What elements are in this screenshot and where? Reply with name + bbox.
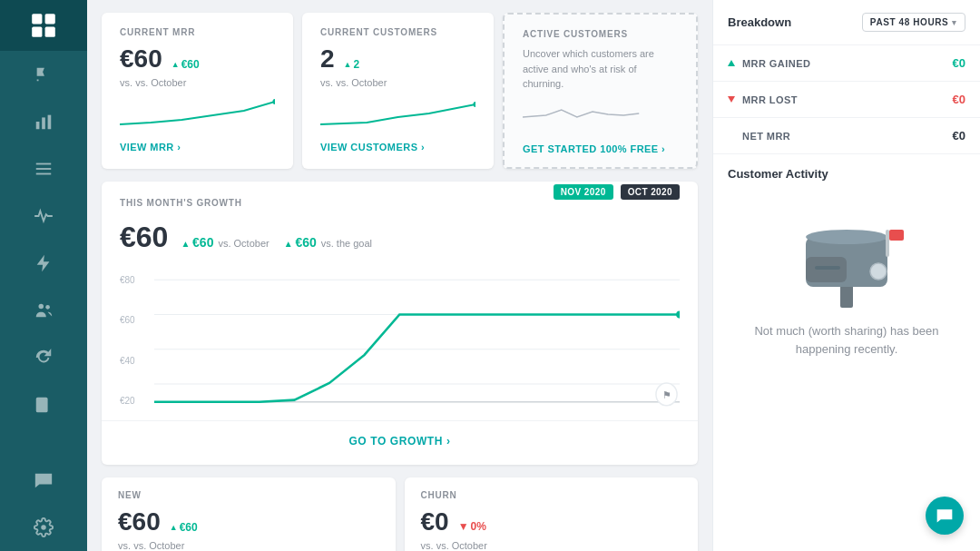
down-triangle-icon bbox=[728, 96, 735, 103]
new-sub: vs. vs. October bbox=[118, 540, 379, 551]
current-customers-label: CURRENT CUSTOMERS bbox=[320, 27, 475, 37]
growth-section: THIS MONTH'S GROWTH €60 €60 vs. October … bbox=[102, 182, 698, 465]
sidebar-item-barchart[interactable] bbox=[0, 98, 87, 145]
current-mrr-sub: vs. vs. October bbox=[120, 77, 275, 88]
net-mrr-row: NET MRR €0 bbox=[713, 118, 980, 154]
svg-rect-12 bbox=[36, 398, 48, 413]
get-started-link[interactable]: GET STARTED 100% FREE bbox=[523, 143, 665, 154]
svg-rect-1 bbox=[45, 14, 55, 24]
empty-state: Not much (worth sharing) has been happen… bbox=[728, 192, 965, 376]
growth-chart: ⚑ bbox=[154, 271, 680, 411]
sidebar-item-bolt[interactable] bbox=[0, 240, 87, 287]
svg-point-10 bbox=[39, 304, 44, 310]
current-customers-chart bbox=[320, 97, 475, 129]
chat-bubble[interactable] bbox=[926, 497, 964, 535]
svg-rect-5 bbox=[42, 117, 45, 129]
svg-rect-8 bbox=[36, 168, 52, 170]
active-customers-card: ACTIVE CUSTOMERS Uncover which customers… bbox=[503, 13, 698, 169]
sidebar-item-refresh[interactable] bbox=[0, 334, 87, 381]
legend-nov: NOV 2020 bbox=[554, 184, 613, 200]
churn-card: CHURN €0 ▼ 0% vs. vs. October bbox=[405, 477, 699, 552]
growth-delta-2: €60 vs. the goal bbox=[284, 235, 372, 250]
sidebar-item-people[interactable] bbox=[0, 287, 87, 334]
svg-rect-2 bbox=[32, 27, 42, 37]
svg-point-28 bbox=[806, 230, 887, 244]
right-panel: Breakdown PAST 48 HOURS ▾ MRR GAINED €0 … bbox=[712, 0, 980, 551]
view-customers-link[interactable]: VIEW CUSTOMERS bbox=[320, 142, 425, 153]
main-content: CURRENT MRR €60 €60 vs. vs. October VIEW… bbox=[87, 0, 712, 551]
growth-value-row: €60 €60 vs. October €60 vs. the goal bbox=[120, 221, 372, 254]
mrr-gained-value: €0 bbox=[953, 56, 965, 70]
breakdown-dropdown[interactable]: PAST 48 HOURS ▾ bbox=[862, 13, 965, 32]
current-mrr-delta: €60 bbox=[172, 58, 200, 71]
svg-point-13 bbox=[41, 525, 46, 530]
sidebar-item-gear[interactable] bbox=[0, 504, 87, 551]
growth-delta-1: €60 vs. October bbox=[181, 235, 269, 250]
bottom-cards-row: NEW €60 €60 vs. vs. October CHURN €0 ▼ 0… bbox=[102, 477, 698, 552]
churn-sub: vs. vs. October bbox=[421, 540, 682, 551]
y-label-20: €20 bbox=[120, 396, 149, 406]
chart-legend: NOV 2020 OCT 2020 bbox=[554, 184, 680, 200]
mailbox-illustration bbox=[788, 210, 906, 310]
active-customers-desc: Uncover which customers are active and w… bbox=[523, 46, 678, 92]
net-mrr-label: NET MRR bbox=[742, 131, 790, 142]
sidebar-item-book[interactable] bbox=[0, 381, 87, 428]
active-customers-chart bbox=[523, 99, 678, 131]
current-customers-delta: 2 bbox=[344, 58, 360, 71]
current-customers-value-row: 2 2 bbox=[320, 44, 475, 74]
view-mrr-link[interactable]: VIEW MRR bbox=[120, 142, 181, 153]
mrr-lost-row: MRR LOST €0 bbox=[713, 82, 980, 118]
svg-rect-6 bbox=[48, 115, 52, 130]
svg-point-14 bbox=[272, 99, 275, 104]
churn-label: CHURN bbox=[421, 490, 682, 500]
churn-delta: ▼ 0% bbox=[458, 520, 486, 533]
customer-activity-section: Customer Activity Not much (worth bbox=[713, 154, 980, 389]
current-customers-card: CURRENT CUSTOMERS 2 2 vs. vs. October VI… bbox=[302, 13, 494, 169]
breakdown-header: Breakdown PAST 48 HOURS ▾ bbox=[713, 0, 980, 45]
sidebar bbox=[0, 0, 87, 551]
current-mrr-label: CURRENT MRR bbox=[120, 27, 275, 37]
svg-point-22 bbox=[676, 310, 680, 318]
svg-point-32 bbox=[870, 263, 887, 280]
mrr-gained-label: MRR GAINED bbox=[742, 58, 810, 69]
active-customers-label: ACTIVE CUSTOMERS bbox=[523, 29, 678, 39]
net-mrr-value: €0 bbox=[953, 129, 965, 143]
top-cards-row: CURRENT MRR €60 €60 vs. vs. October VIEW… bbox=[102, 13, 698, 169]
svg-rect-4 bbox=[36, 122, 40, 129]
empty-state-text: Not much (worth sharing) has been happen… bbox=[737, 322, 956, 358]
mrr-lost-value: €0 bbox=[953, 93, 965, 106]
svg-text:⚑: ⚑ bbox=[662, 389, 671, 399]
customer-activity-title: Customer Activity bbox=[728, 167, 965, 181]
svg-point-11 bbox=[45, 305, 50, 310]
svg-rect-3 bbox=[45, 27, 55, 37]
go-to-growth-row: GO TO GROWTH bbox=[102, 420, 698, 448]
svg-rect-0 bbox=[32, 14, 42, 24]
sidebar-item-flag[interactable] bbox=[0, 51, 87, 98]
churn-value: €0 bbox=[421, 507, 449, 536]
svg-rect-31 bbox=[889, 230, 904, 241]
new-label: NEW bbox=[118, 490, 379, 500]
current-customers-sub: vs. vs. October bbox=[320, 77, 475, 88]
growth-main-value: €60 bbox=[120, 221, 168, 254]
svg-point-15 bbox=[473, 102, 475, 107]
churn-value-row: €0 ▼ 0% bbox=[421, 507, 682, 536]
new-mrr-card: NEW €60 €60 vs. vs. October bbox=[102, 477, 396, 552]
sidebar-item-menu[interactable] bbox=[0, 145, 87, 192]
svg-rect-30 bbox=[886, 230, 889, 257]
mrr-gained-row: MRR GAINED €0 bbox=[713, 45, 980, 82]
mrr-lost-label: MRR LOST bbox=[742, 94, 798, 105]
svg-rect-7 bbox=[36, 163, 52, 165]
sidebar-item-chat[interactable] bbox=[0, 457, 87, 504]
go-to-growth-link[interactable]: GO TO GROWTH bbox=[348, 435, 450, 448]
sidebar-logo[interactable] bbox=[0, 0, 87, 51]
new-value-row: €60 €60 bbox=[118, 507, 379, 536]
new-delta: €60 bbox=[170, 521, 198, 534]
growth-chart-area: €80 €60 €40 €20 bbox=[120, 271, 680, 411]
sidebar-item-pulse[interactable] bbox=[0, 192, 87, 240]
new-value: €60 bbox=[118, 507, 161, 536]
y-label-80: €80 bbox=[120, 275, 149, 285]
current-mrr-value-row: €60 €60 bbox=[120, 44, 275, 74]
current-mrr-chart bbox=[120, 97, 275, 129]
svg-rect-9 bbox=[36, 173, 52, 175]
y-label-40: €40 bbox=[120, 356, 149, 366]
